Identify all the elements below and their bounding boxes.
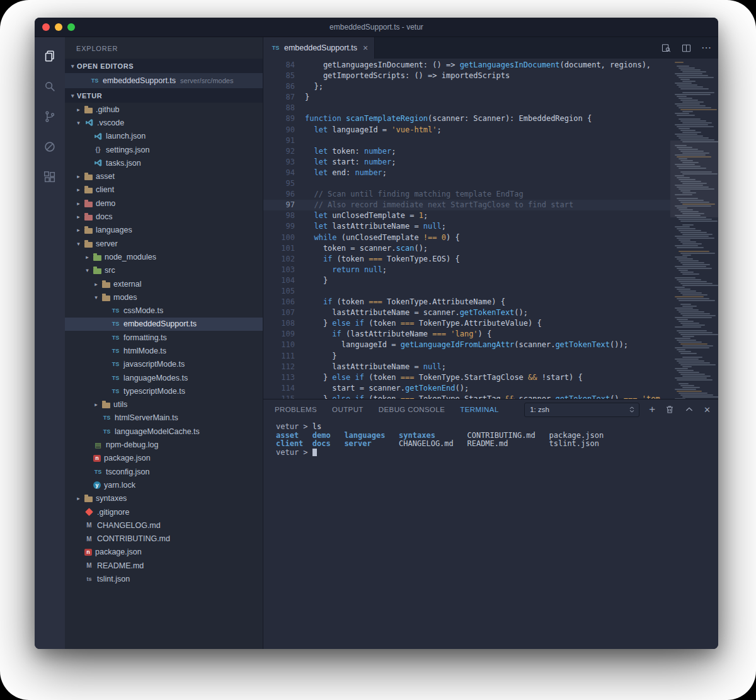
tree-item-htmlMode.ts[interactable]: TShtmlMode.ts (65, 344, 263, 357)
line-number: 84 (263, 60, 305, 71)
tree-item-label: utils (113, 400, 127, 409)
tree-item-package.json[interactable]: npackage.json (65, 546, 263, 559)
chevron-right-icon: ▸ (75, 227, 82, 233)
npm-icon: n (93, 455, 101, 462)
tree-item-label: settings.json (106, 146, 149, 154)
tree-item-languageModes.ts[interactable]: TSlanguageModes.ts (65, 371, 263, 384)
tree-item-asset[interactable]: ▸asset (65, 169, 263, 183)
tree-item-htmlServerMain.ts[interactable]: TShtmlServerMain.ts (65, 411, 263, 425)
chevron-right-icon: ▸ (75, 173, 82, 180)
line-number: 92 (263, 146, 305, 157)
tree-item-yarn.lock[interactable]: yyarn.lock (65, 478, 263, 491)
tree-item-syntaxes[interactable]: ▸syntaxes (65, 492, 263, 505)
chevron-down-icon: ▾ (75, 120, 82, 126)
search-icon[interactable] (35, 71, 65, 101)
close-panel-icon[interactable]: ✕ (704, 405, 711, 415)
zoom-window-button[interactable] (67, 23, 75, 31)
code-line: 105 (263, 286, 670, 297)
tab-embeddedSupport[interactable]: TS embeddedSupport.ts × (263, 37, 375, 59)
close-tab-icon[interactable]: × (363, 43, 368, 53)
tree-item-label: javascriptMode.ts (123, 360, 185, 369)
code-line: 90 let languageId = 'vue-html'; (263, 125, 670, 135)
npm-icon: n (84, 549, 92, 556)
terminal-shell-select[interactable]: 1: zsh (524, 403, 639, 417)
tree-item-modes[interactable]: ▾modes (65, 290, 263, 304)
panel-tab-problems[interactable]: PROBLEMS (275, 406, 317, 413)
tree-item-tsconfig.json[interactable]: TStsconfig.json (65, 465, 263, 478)
code-line-text: let unClosedTemplate = 1; (305, 210, 428, 221)
debug-icon[interactable] (35, 132, 65, 162)
code-editor[interactable]: 84 getLanguagesInDocument: () => getLang… (263, 60, 670, 399)
maximize-panel-icon[interactable] (684, 405, 694, 415)
panel-tab-terminal[interactable]: TERMINAL (460, 406, 498, 413)
tree-item-.gitignore[interactable]: .gitignore (65, 505, 263, 519)
tree-item-label: package.json (104, 454, 151, 462)
code-line-text: if (lastAttributeName === 'lang') { (305, 329, 491, 340)
kill-terminal-icon[interactable] (665, 405, 675, 415)
tree-item-server[interactable]: ▾server (65, 237, 263, 250)
files-icon[interactable] (35, 41, 65, 71)
folder-icon (84, 228, 93, 234)
code-line-text: } else if (token === TokenType.Attribute… (305, 318, 542, 329)
code-line-text: } else if (token === TokenType.StartTagC… (305, 372, 583, 383)
tree-item-external[interactable]: ▸external (65, 277, 263, 290)
tree-item-cssMode.ts[interactable]: TScssMode.ts (65, 304, 263, 317)
close-window-button[interactable] (42, 23, 50, 31)
tree-item-tasks.json[interactable]: tasks.json (65, 156, 263, 169)
sidebar-title: EXPLORER (65, 37, 263, 59)
code-line: 108 } else if (token === TokenType.Attri… (263, 318, 670, 329)
tree-item-formatting.ts[interactable]: TSformatting.ts (65, 331, 263, 344)
panel-tab-debug-console[interactable]: DEBUG CONSOLE (379, 406, 445, 413)
tree-item-label: node_modules (105, 253, 156, 261)
extensions-icon[interactable] (35, 162, 65, 192)
folder-icon (93, 255, 101, 261)
code-line-text: if (token === TokenType.AttributeName) { (305, 297, 505, 307)
section-header-vetur[interactable]: ▾ VETUR (65, 88, 263, 103)
minimize-window-button[interactable] (55, 23, 62, 31)
tree-item-tslint.json[interactable]: tstslint.json (65, 572, 263, 585)
tree-item-node_modules[interactable]: ▸node_modules (65, 250, 263, 263)
tree-item-demo[interactable]: ▸demo (65, 197, 263, 210)
tree-item-label: htmlServerMain.ts (115, 413, 178, 422)
tree-item-client[interactable]: ▸client (65, 183, 263, 197)
tree-item-docs[interactable]: ▸docs (65, 210, 263, 223)
line-number: 90 (263, 125, 305, 135)
tree-item-CHANGELOG.md[interactable]: MCHANGELOG.md (65, 519, 263, 532)
tree-item-launch.json[interactable]: launch.json (65, 130, 263, 143)
tree-item-CONTRIBUTING.md[interactable]: MCONTRIBUTING.md (65, 532, 263, 546)
tree-item-src[interactable]: ▾src (65, 264, 263, 277)
split-editor-icon[interactable] (681, 43, 692, 54)
tree-item-languages[interactable]: ▸languages (65, 224, 263, 237)
md-icon: M (84, 534, 94, 543)
folder-icon (102, 295, 110, 301)
titlebar: embeddedSupport.ts - vetur (35, 18, 718, 37)
tree-item-utils[interactable]: ▸utils (65, 398, 263, 411)
tree-item-languageModelCache.ts[interactable]: TSlanguageModelCache.ts (65, 425, 263, 438)
more-actions-icon[interactable]: ⋯ (701, 45, 712, 51)
minimap-viewport[interactable] (670, 141, 718, 217)
open-changes-icon[interactable] (661, 43, 672, 54)
tree-item-npm-debug.log[interactable]: ▤npm-debug.log (65, 438, 263, 451)
tree-item-.vscode[interactable]: ▾.vscode (65, 116, 263, 129)
line-number: 95 (263, 178, 305, 189)
code-line-text: while (unClosedTemplate !== 0) { (305, 232, 460, 243)
tree-item-typescriptMode.ts[interactable]: TStypescriptMode.ts (65, 384, 263, 398)
new-terminal-icon[interactable]: + (649, 405, 655, 414)
panel-tab-output[interactable]: OUTPUT (332, 406, 364, 413)
source-control-icon[interactable] (35, 101, 65, 132)
tree-item-.github[interactable]: ▸.github (65, 103, 263, 116)
tree-item-label: yarn.lock (104, 481, 135, 490)
editor-area[interactable]: 84 getLanguagesInDocument: () => getLang… (263, 59, 718, 399)
tree-item-README.md[interactable]: MREADME.md (65, 559, 263, 572)
ts-icon: TS (111, 347, 120, 355)
section-header-open-editors[interactable]: ▾ OPEN EDITORS (65, 59, 263, 73)
tree-item-label: languageModelCache.ts (115, 427, 200, 436)
tree-item-package.json[interactable]: npackage.json (65, 452, 263, 465)
open-editor-item[interactable]: TSembeddedSupport.tsserver/src/modes (65, 73, 263, 88)
tree-item-javascriptMode.ts[interactable]: TSjavascriptMode.ts (65, 358, 263, 371)
minimap[interactable] (670, 59, 718, 399)
terminal-output[interactable]: vetur > lsasset demo languages syntaxes … (263, 420, 718, 457)
tree-item-embeddedSupport.ts[interactable]: TSembeddedSupport.ts (65, 318, 263, 331)
tree-item-settings.json[interactable]: {}settings.json (65, 143, 263, 156)
screenshot-background: embeddedSupport.ts - vetur EXPLORER ▾ OP… (0, 0, 756, 700)
